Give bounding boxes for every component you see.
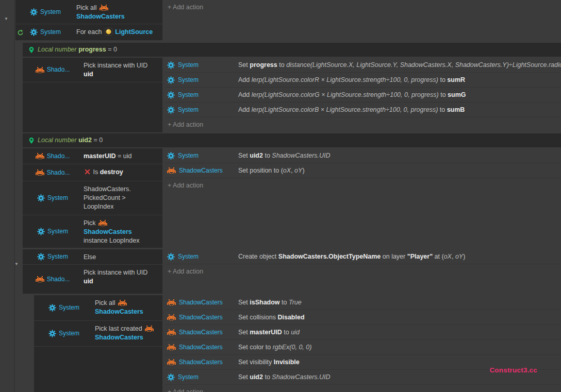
system-icon <box>167 106 175 114</box>
object-chip[interactable]: System <box>165 61 235 70</box>
add-action-link[interactable]: + Add action <box>165 264 561 279</box>
collapse-arrow-icon[interactable]: ▼ <box>14 260 19 268</box>
condition-row[interactable]: Shado... masterUID = uid <box>23 148 162 164</box>
object-chip[interactable]: Shado... <box>23 148 82 164</box>
object-name: ShadowCasters <box>179 328 223 337</box>
object-chip[interactable]: ShadowCasters <box>165 298 235 307</box>
text-segment: = 0 <box>92 137 103 144</box>
object-name: ShadowCasters <box>179 313 223 322</box>
condition-text[interactable]: Is destroy <box>82 164 162 181</box>
system-icon <box>48 330 56 337</box>
invader-icon <box>118 300 127 306</box>
text-segment: to <box>282 329 291 336</box>
action-row[interactable]: ShadowCasters Set isShadow to True <box>165 295 561 310</box>
condition-text[interactable]: masterUID = uid <box>82 148 162 164</box>
action-text[interactable]: Create object ShadowCasters.ObjectTypeNa… <box>235 252 561 261</box>
object-chip[interactable]: ShadowCasters <box>165 343 235 352</box>
object-chip[interactable]: System <box>15 24 75 40</box>
object-chip[interactable]: System <box>165 106 235 114</box>
add-action-link[interactable]: + Add action <box>165 0 561 15</box>
object-chip[interactable]: System <box>165 151 235 160</box>
condition-row[interactable]: Shado... Is destroy <box>23 164 162 181</box>
condition-row[interactable]: System Pick last created ShadowCasters <box>34 321 162 347</box>
action-row[interactable]: System Set uid2 to ShadowCasters.UID <box>165 148 561 163</box>
text-segment: Is <box>91 168 100 176</box>
action-row[interactable]: ShadowCasters Set position to (oX, oY) <box>165 163 561 178</box>
condition-text[interactable]: Pick all ShadowCasters <box>94 295 162 320</box>
action-text[interactable]: Set color to rgbEx(0, 0, 0) <box>235 343 561 352</box>
action-row[interactable]: System Add lerp(LightSource.colorB × Lig… <box>165 103 561 117</box>
condition-text[interactable]: ShadowCasters.PickedCount >LoopIndex <box>82 181 162 215</box>
object-chip[interactable]: Shado... <box>23 164 82 181</box>
event-block-shadow-setup: System Pick all ShadowCasters System Pic… <box>34 295 561 392</box>
actions-column: + Add action <box>165 0 561 41</box>
object-chip[interactable]: System <box>23 249 82 264</box>
collapse-arrow-icon[interactable]: ▼ <box>4 14 8 23</box>
action-row[interactable]: ShadowCasters Set masterUID to uid <box>165 325 561 340</box>
condition-row[interactable]: Shado... Pick instance with UIDuid <box>23 58 162 82</box>
action-text[interactable]: Set isShadow to True <box>235 298 561 307</box>
condition-text[interactable]: Pick instance with UIDuid <box>82 58 162 82</box>
conditions-column: System Else Shado... Pick instance with … <box>23 249 162 294</box>
object-chip[interactable]: System <box>165 373 235 382</box>
action-text[interactable]: Set visibility Invisible <box>235 358 561 367</box>
condition-row[interactable]: Shado... Pick instance with UIDuid <box>23 265 162 294</box>
object-chip[interactable]: ShadowCasters <box>165 166 235 175</box>
object-chip[interactable]: System <box>165 252 235 261</box>
action-text[interactable]: Set progress to distance(LightSource.X, … <box>235 61 561 70</box>
action-row[interactable]: ShadowCasters Set color to rgbEx(0, 0, 0… <box>165 340 561 355</box>
action-row[interactable]: System Create object ShadowCasters.Objec… <box>165 249 561 264</box>
action-text[interactable]: Add lerp(LightSource.colorR × LightSourc… <box>235 76 561 84</box>
condition-text[interactable]: Pick ShadowCastersinstance LoopIndex <box>82 215 162 248</box>
text-segment: to <box>263 373 272 381</box>
condition-row[interactable]: System For each LightSource <box>15 24 162 41</box>
local-variable-uid2[interactable]: Local number uid2 = 0 <box>23 133 561 147</box>
object-chip[interactable]: Shado... <box>23 58 82 82</box>
condition-text[interactable]: Pick instance with UIDuid <box>82 265 162 294</box>
condition-row[interactable]: System ShadowCasters.PickedCount >LoopIn… <box>23 181 162 215</box>
add-action-link[interactable]: + Add action <box>165 178 561 193</box>
action-text[interactable]: Add lerp(LightSource.colorB × LightSourc… <box>235 106 561 114</box>
action-row[interactable]: System Set progress to distance(LightSou… <box>165 58 561 73</box>
action-text[interactable]: Set masterUID to uid <box>235 328 561 337</box>
condition-text[interactable]: Pick last created ShadowCasters <box>94 321 162 346</box>
text-segment: LightSource <box>115 28 153 36</box>
object-chip[interactable]: ShadowCasters <box>165 328 235 337</box>
object-name: System <box>40 8 61 16</box>
object-chip[interactable]: ShadowCasters <box>165 313 235 322</box>
object-chip[interactable]: Shado... <box>23 265 82 294</box>
add-action-link[interactable]: + Add action <box>165 385 561 392</box>
object-name: ShadowCasters <box>179 358 223 367</box>
action-row[interactable]: System Add lerp(LightSource.colorG × Lig… <box>165 88 561 103</box>
condition-row[interactable]: System Pick all ShadowCasters <box>34 295 162 321</box>
action-text[interactable]: Add lerp(LightSource.colorG × LightSourc… <box>235 91 561 99</box>
object-chip[interactable]: System <box>165 91 235 99</box>
object-chip[interactable]: System <box>34 295 94 320</box>
text-segment: uid2 <box>250 152 263 159</box>
action-row[interactable]: ShadowCasters Set collisions Disabled <box>165 310 561 325</box>
action-text[interactable]: Set collisions Disabled <box>235 313 561 322</box>
action-row[interactable]: System Add lerp(LightSource.colorR × Lig… <box>165 73 561 88</box>
system-icon <box>37 253 45 261</box>
condition-text[interactable]: Pick all ShadowCasters <box>75 0 162 24</box>
object-chip[interactable]: System <box>23 181 82 215</box>
condition-text[interactable]: Else <box>82 249 162 264</box>
condition-text[interactable]: For each LightSource <box>75 24 162 40</box>
action-text[interactable]: Set uid2 to ShadowCasters.UID <box>235 151 561 160</box>
condition-row[interactable]: System Pick ShadowCastersinstance LoopIn… <box>23 215 162 248</box>
text-segment: oX <box>283 167 291 174</box>
text-segment: = 0 <box>106 46 117 53</box>
condition-row[interactable]: System Pick all ShadowCasters <box>15 0 162 24</box>
event-sheet: ▼ ▼ System Pick all ShadowCasters System <box>0 0 561 392</box>
object-chip[interactable]: System <box>15 0 75 24</box>
add-action-link[interactable]: + Add action <box>165 117 561 132</box>
text-segment: Set visibility <box>238 359 274 366</box>
object-chip[interactable]: ShadowCasters <box>165 358 235 367</box>
object-chip[interactable]: System <box>34 321 94 346</box>
action-text[interactable]: Set position to (oX, oY) <box>235 166 561 175</box>
text-segment: Set <box>238 299 250 306</box>
object-chip[interactable]: System <box>23 215 82 248</box>
condition-row[interactable]: System Else <box>23 249 162 265</box>
local-variable-progress[interactable]: Local number progress = 0 <box>23 43 561 57</box>
object-chip[interactable]: System <box>165 76 235 84</box>
